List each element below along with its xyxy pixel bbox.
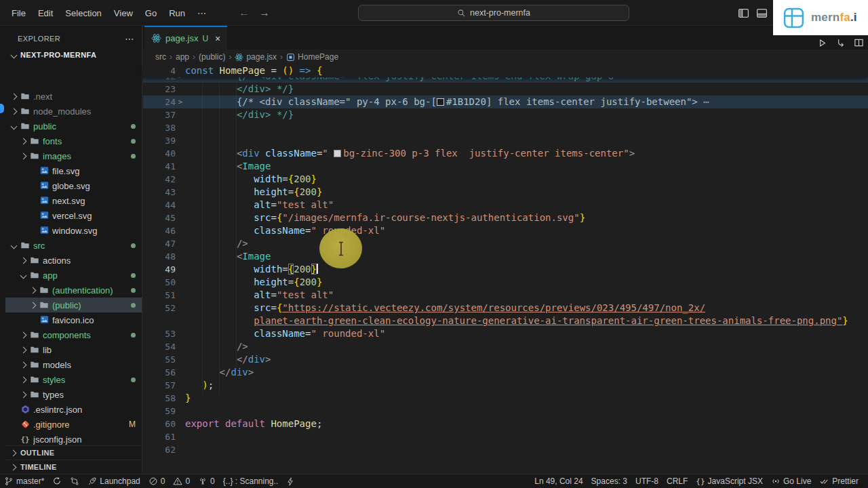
breadcrumb-homepage[interactable]: HomePage	[286, 52, 338, 62]
fold-chevron-icon[interactable]: >	[176, 96, 185, 108]
tree-item-actions[interactable]: actions	[5, 253, 142, 268]
code-line-12[interactable]: 12>{/* <div className=" flex justify-cen…	[143, 77, 868, 83]
tree-item-favicon.ico[interactable]: favicon.ico	[5, 312, 142, 327]
tree-item-file.svg[interactable]: file.svg	[5, 163, 142, 178]
tree-item-next.svg[interactable]: next.svg	[5, 193, 142, 208]
layout-panel-icon[interactable]	[756, 7, 768, 19]
status-sync-item[interactable]	[48, 474, 66, 488]
code-line-37[interactable]: 37</div> */}	[143, 108, 868, 121]
timeline-section[interactable]: TIMELINE	[5, 460, 142, 474]
code-line-51[interactable]: 51alt="test alt"	[143, 289, 868, 302]
status-0[interactable]: 0	[169, 474, 194, 488]
tree-item-.gitignore[interactable]: .gitignoreM	[5, 417, 142, 432]
tree-item-(public)[interactable]: (public)	[5, 298, 142, 312]
code-line-4[interactable]: 4const HomePage = () => {	[143, 64, 868, 77]
code-line-57[interactable]: 57);	[143, 379, 868, 392]
status-0[interactable]: 0	[144, 474, 170, 488]
tree-item-(authentication)[interactable]: (authentication)	[5, 283, 142, 298]
fold-chevron-icon[interactable]: >	[176, 77, 185, 83]
run-code-icon[interactable]	[817, 38, 827, 48]
tree-item-public[interactable]: public	[5, 119, 142, 134]
status-spaces-3[interactable]: Spaces: 3	[587, 474, 631, 488]
code-line-54[interactable]: 54/>	[143, 340, 868, 353]
tree-item-window.svg[interactable]: window.svg	[5, 223, 142, 238]
explorer-more-actions-icon[interactable]: ⋯	[125, 33, 135, 44]
code-line-46[interactable]: 46className=" rounded-xl"	[143, 224, 868, 237]
outline-section[interactable]: OUTLINE	[5, 445, 142, 460]
status-0[interactable]: 0	[194, 474, 219, 488]
code-line-53[interactable]: 53className=" rounded-xl"	[143, 327, 868, 340]
color-swatch[interactable]	[437, 98, 444, 106]
code-line-38[interactable]: 38	[143, 121, 868, 134]
code-line-59[interactable]: 59	[143, 405, 868, 418]
status-crlf[interactable]: CRLF	[663, 474, 692, 488]
tree-item-types[interactable]: types	[5, 387, 142, 402]
back-arrow-icon[interactable]: ←	[239, 7, 250, 19]
menu-go[interactable]: Go	[139, 5, 163, 21]
code-line-wrap[interactable]: planet-earth-green-clean-ecology-nature-…	[143, 314, 868, 327]
code-line-44[interactable]: 44alt="test alt"	[143, 199, 868, 211]
breadcrumb-page.jsx[interactable]: page.jsx	[235, 52, 277, 62]
command-center-search[interactable]: next-pro-mernfa	[358, 5, 629, 21]
code-line-58[interactable]: 58}	[143, 392, 868, 405]
breadcrumb-public[interactable]: (public)	[199, 52, 225, 62]
tree-item-app[interactable]: app	[5, 268, 142, 283]
menu-edit[interactable]: Edit	[32, 5, 59, 21]
status-master[interactable]: master*	[0, 474, 48, 488]
project-root-row[interactable]: NEXT-PRO-MERNFA	[5, 47, 142, 62]
code-line-50[interactable]: 50height={200}	[143, 276, 868, 289]
status-go-live[interactable]: Go Live	[767, 474, 815, 488]
code-line-52[interactable]: 52src={"https://static.vecteezy.com/syst…	[143, 302, 868, 314]
status-git-compare-item[interactable]	[66, 474, 83, 488]
code-line-62[interactable]: 62	[143, 443, 868, 456]
tree-item-jsconfig.json[interactable]: {}jsconfig.json	[5, 432, 142, 447]
code-line-24[interactable]: 24>{/* <div className=" py-4 px-6 bg-[#1…	[143, 96, 868, 108]
menu-[interactable]: ⋯	[191, 5, 212, 21]
tree-item-lib[interactable]: lib	[5, 342, 142, 357]
code-line-39[interactable]: 39	[143, 134, 868, 147]
breadcrumb-app[interactable]: app	[176, 52, 189, 62]
tree-item-.eslintrc.json[interactable]: .eslintrc.json	[5, 402, 142, 417]
code-line-43[interactable]: 43height={200}	[143, 186, 868, 199]
forward-arrow-icon[interactable]: →	[259, 7, 270, 19]
navigate-icon[interactable]	[835, 38, 846, 48]
code-line-55[interactable]: 55</div>	[143, 353, 868, 366]
layout-sidebar-icon[interactable]	[738, 7, 749, 19]
tree-item-node_modules[interactable]: node_modules	[5, 104, 142, 119]
tree-item-components[interactable]: components	[5, 327, 142, 342]
status-prettier[interactable]: Prettier	[815, 474, 863, 488]
close-icon[interactable]: ×	[215, 33, 220, 44]
menu-file[interactable]: File	[5, 5, 32, 21]
code-line-60[interactable]: 60export default HomePage;	[143, 418, 868, 430]
clipped-code-line[interactable]: 12>{/* <div className=" flex justify-cen…	[143, 77, 868, 83]
code-line-61[interactable]: 61	[143, 430, 868, 443]
menu-view[interactable]: View	[108, 5, 139, 21]
split-editor-icon[interactable]	[854, 38, 864, 48]
breadcrumb-src[interactable]: src	[155, 52, 166, 62]
tree-item-images[interactable]: images	[5, 148, 142, 163]
tree-item-models[interactable]: models	[5, 357, 142, 372]
status-launchpad[interactable]: Launchpad	[83, 474, 144, 488]
menu-run[interactable]: Run	[163, 5, 191, 21]
code-line-40[interactable]: 40<div className=" bg-zinc-300 p-3 flex …	[143, 147, 868, 160]
code-line-41[interactable]: 41<Image	[143, 160, 868, 173]
code-line-56[interactable]: 56</div>	[143, 366, 868, 379]
code-line-48[interactable]: 48<Image	[143, 250, 868, 263]
color-swatch[interactable]	[334, 150, 341, 157]
status-ln-49-col-24[interactable]: Ln 49, Col 24	[530, 474, 587, 488]
tree-item-fonts[interactable]: fonts	[5, 134, 142, 148]
tree-item-.next[interactable]: .next	[5, 89, 142, 104]
code-line-45[interactable]: 45src={"/images/mernfa.ir-course-nextjs-…	[143, 211, 868, 224]
tree-item-src[interactable]: src	[5, 238, 142, 253]
code-line-42[interactable]: 42width={200}	[143, 173, 868, 186]
sticky-scroll-line[interactable]: 4const HomePage = () => {	[143, 64, 868, 77]
tree-item-styles[interactable]: styles	[5, 372, 142, 387]
status-javascript-jsx[interactable]: {}JavaScript JSX	[692, 474, 767, 488]
code-editor[interactable]: 23</div> */}24>{/* <div className=" py-4…	[143, 83, 868, 474]
status-zap-item[interactable]	[282, 474, 299, 488]
status-scanning[interactable]: {..} : Scanning..	[219, 474, 282, 488]
code-line-49[interactable]: 49width={200}	[143, 263, 868, 276]
code-line-47[interactable]: 47/>	[143, 237, 868, 250]
tab-page-jsx[interactable]: page.jsx U ×	[144, 26, 227, 49]
code-line-23[interactable]: 23</div> */}	[143, 83, 868, 96]
